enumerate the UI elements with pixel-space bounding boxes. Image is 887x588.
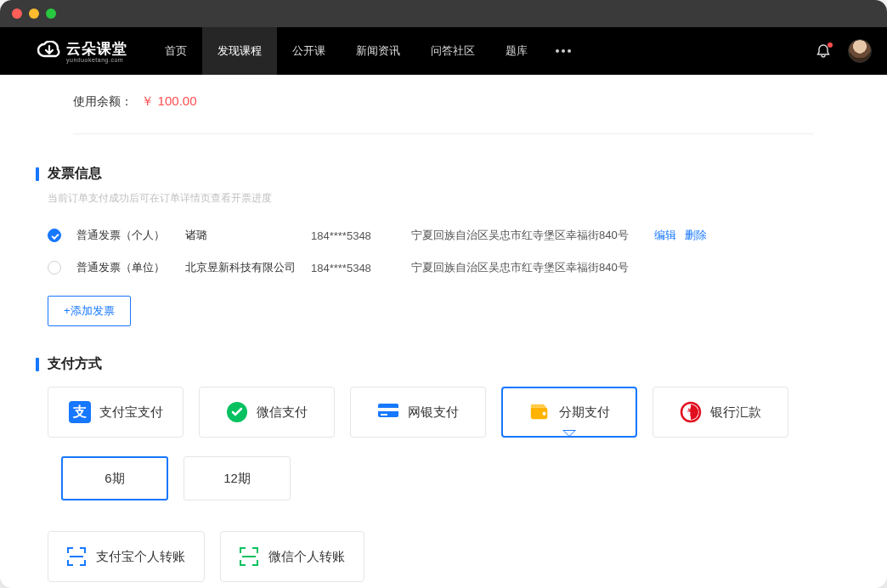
- section-bar-icon: [36, 358, 39, 371]
- brand-logo[interactable]: 云朵课堂 yunduoketang.com: [37, 39, 127, 63]
- pay-method-label: 分期支付: [559, 404, 610, 421]
- notification-dot-icon: [828, 42, 833, 48]
- transfer-label: 微信个人转账: [268, 549, 345, 565]
- nav-item[interactable]: 题库: [490, 27, 543, 75]
- main-nav: 首页发现课程公开课新闻资讯问答社区题库: [150, 27, 543, 75]
- invoice-type: 普通发票（单位）: [76, 260, 170, 275]
- nav-item[interactable]: 新闻资讯: [341, 27, 415, 75]
- add-invoice-button[interactable]: +添加发票: [48, 296, 131, 326]
- topbar: 云朵课堂 yunduoketang.com 首页发现课程公开课新闻资讯问答社区题…: [0, 27, 887, 75]
- payment-title: 支付方式: [48, 355, 102, 373]
- window-close-icon[interactable]: [12, 8, 22, 19]
- svg-point-1: [562, 49, 565, 53]
- pay-method-install[interactable]: 分期支付: [501, 387, 637, 438]
- pay-method-label: 微信支付: [257, 404, 308, 421]
- svg-point-2: [568, 49, 571, 53]
- nav-item[interactable]: 首页: [150, 27, 202, 75]
- invoice-list: 普通发票（个人）诸璐184****5348宁夏回族自治区吴忠市红寺堡区幸福街84…: [36, 219, 851, 284]
- payment-section-head: 支付方式: [36, 355, 851, 373]
- svg-point-7: [543, 412, 546, 416]
- installment-period[interactable]: 6期: [61, 456, 168, 500]
- window-maximize-icon[interactable]: [46, 8, 56, 19]
- pay-method-label: 银行汇款: [710, 404, 761, 421]
- transfer-wechat-tr[interactable]: 微信个人转账: [220, 531, 364, 582]
- radio-icon[interactable]: [48, 229, 61, 242]
- radio-icon[interactable]: [48, 261, 61, 274]
- scan-icon: [240, 547, 258, 566]
- pay-method-wechat[interactable]: 微信支付: [199, 387, 335, 438]
- brand-domain: yunduoketang.com: [66, 57, 127, 63]
- installment-period[interactable]: 12期: [184, 456, 291, 500]
- invoice-ops: 编辑删除: [654, 228, 707, 243]
- invoice-row[interactable]: 普通发票（个人）诸璐184****5348宁夏回族自治区吴忠市红寺堡区幸福街84…: [36, 219, 851, 252]
- remit-icon: [680, 401, 702, 423]
- transfer-alipay-tr[interactable]: 支付宝个人转账: [48, 531, 205, 582]
- invoice-section-head: 发票信息: [36, 165, 851, 183]
- page-content: 使用余额： ￥ 100.00 发票信息 当前订单支付成功后可在订单详情页查看开票…: [0, 75, 887, 588]
- balance-label: 使用余额：: [73, 94, 133, 108]
- transfer-label: 支付宝个人转账: [96, 549, 185, 565]
- svg-point-0: [556, 49, 559, 53]
- balance-value: ￥ 100.00: [141, 93, 196, 108]
- balance-box: 使用余额： ￥ 100.00: [73, 93, 814, 134]
- pay-method-remit[interactable]: 银行汇款: [653, 387, 788, 438]
- nav-more-icon[interactable]: [546, 49, 580, 53]
- invoice-type: 普通发票（个人）: [76, 228, 170, 243]
- brand-name: 云朵课堂: [66, 41, 127, 57]
- installment-period-list: 6期12期: [61, 456, 851, 500]
- invoice-row[interactable]: 普通发票（单位）北京昱新科技有限公司184****5348宁夏回族自治区吴忠市红…: [36, 252, 851, 284]
- pay-method-bank[interactable]: 网银支付: [350, 387, 486, 438]
- install-icon: [528, 401, 551, 423]
- nav-item[interactable]: 发现课程: [202, 27, 277, 75]
- section-bar-icon: [36, 167, 39, 181]
- window-minimize-icon[interactable]: [29, 8, 39, 19]
- scan-icon: [67, 547, 86, 566]
- pay-method-alipay[interactable]: 支支付宝支付: [48, 387, 184, 438]
- invoice-phone: 184****5348: [311, 229, 396, 242]
- personal-transfer-list: 支付宝个人转账微信个人转账: [48, 531, 851, 582]
- invoice-op-link[interactable]: 删除: [685, 228, 707, 243]
- app-window: 云朵课堂 yunduoketang.com 首页发现课程公开课新闻资讯问答社区题…: [0, 0, 887, 588]
- user-avatar[interactable]: [848, 39, 872, 63]
- alipay-icon: 支: [69, 401, 91, 423]
- payment-method-list: 支支付宝支付微信支付网银支付分期支付银行汇款: [48, 387, 851, 438]
- svg-rect-5: [378, 408, 398, 411]
- invoice-address: 宁夏回族自治区吴忠市红寺堡区幸福街840号: [411, 228, 629, 243]
- invoice-name: 北京昱新科技有限公司: [185, 260, 296, 275]
- invoice-name: 诸璐: [185, 228, 296, 243]
- nav-item[interactable]: 问答社区: [415, 27, 490, 75]
- svg-rect-6: [381, 414, 387, 416]
- invoice-subtitle: 当前订单支付成功后可在订单详情页查看开票进度: [48, 191, 851, 206]
- invoice-address: 宁夏回族自治区吴忠市红寺堡区幸福街840号: [411, 260, 629, 275]
- pay-method-label: 支付宝支付: [99, 404, 163, 421]
- window-titlebar: [0, 0, 887, 27]
- nav-item[interactable]: 公开课: [277, 27, 341, 75]
- invoice-title: 发票信息: [48, 165, 102, 183]
- invoice-phone: 184****5348: [311, 262, 396, 274]
- wechat-icon: [226, 401, 248, 423]
- bank-icon: [377, 401, 399, 423]
- cloud-logo-icon: [37, 41, 61, 61]
- pay-method-label: 网银支付: [408, 404, 459, 421]
- notification-bell-icon[interactable]: [816, 43, 831, 59]
- invoice-op-link[interactable]: 编辑: [654, 228, 676, 243]
